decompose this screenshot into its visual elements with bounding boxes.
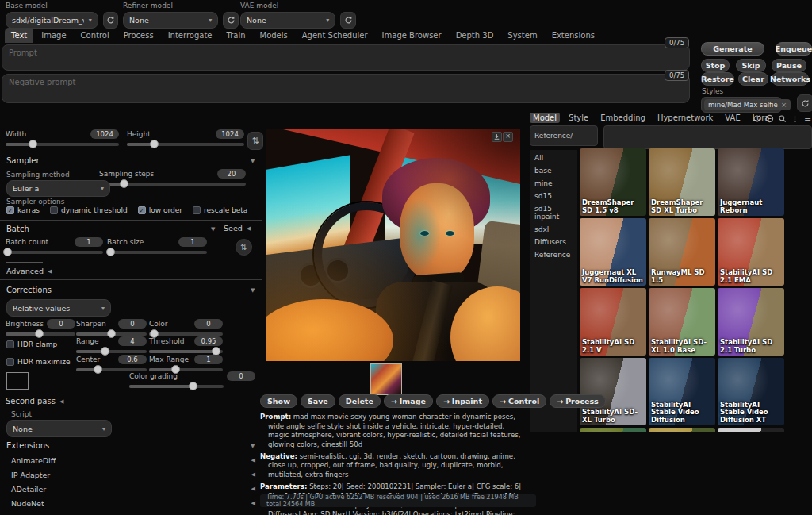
slider-track[interactable] (6, 143, 119, 146)
generate-button[interactable]: Generate (701, 42, 764, 56)
tab-interrogate[interactable]: Interrogate (162, 28, 219, 43)
model-card[interactable]: DreamShaper SD XL Turbo (649, 148, 715, 216)
networks-tab-model[interactable]: Model (530, 113, 560, 123)
model-card[interactable]: DreamShaper SD 1.5 v8 (580, 148, 646, 216)
slider-knob[interactable] (3, 248, 12, 256)
networks-tab-vae[interactable]: VAE (722, 113, 743, 123)
script-select[interactable]: None ▾ (6, 420, 112, 437)
slider-knob[interactable] (150, 140, 159, 148)
hdr-clamp-checkbox[interactable]: HDR clamp (6, 340, 57, 348)
brightness-slider[interactable]: Brightness0 (6, 319, 75, 336)
category-all[interactable]: All (530, 152, 577, 164)
category-sdxl[interactable]: sdxl (530, 223, 577, 236)
model-card[interactable]: RunwayML SD 1.5 (649, 218, 715, 286)
networks-tab-embedding[interactable]: Embedding (597, 113, 649, 123)
styles-refresh-button[interactable] (797, 94, 812, 112)
corrections-mode-select[interactable]: Relative values ▾ (6, 299, 111, 317)
model-card[interactable]: StabilityAI SD 2.1 Turbo (718, 288, 784, 356)
restore-button[interactable]: Restore (701, 72, 734, 86)
tab-control[interactable]: Control (75, 28, 116, 43)
second-pass-accordion[interactable]: Second pass ◀ (6, 397, 63, 405)
generated-image[interactable]: × (266, 129, 520, 361)
sharpen-slider[interactable]: Sharpen0 (76, 319, 147, 336)
height-slider[interactable]: Height1024 (127, 129, 244, 146)
networks-tab-hypernetwork[interactable]: Hypernetwork (654, 113, 716, 123)
threshold-slider[interactable]: Threshold0.95 (149, 336, 223, 353)
checkbox-karras[interactable]: ✓karras (6, 206, 40, 214)
sampling-method-select[interactable]: Euler a ▾ (6, 180, 110, 197)
model-card[interactable] (649, 428, 715, 432)
slider-track[interactable] (149, 350, 223, 353)
model-card[interactable]: StabilityAI SD 2.1 V (580, 288, 646, 356)
model-card[interactable]: StabilityAI Stable Video Diffusion XT (718, 358, 784, 425)
close-image-button[interactable]: × (503, 132, 513, 142)
extension-adetailer[interactable]: ADetailer◀ (11, 482, 255, 496)
model-card[interactable]: StabilityAI SD 2.1 EMA (718, 218, 784, 286)
gallery-thumbnail[interactable] (370, 363, 402, 395)
slider-track[interactable] (76, 350, 147, 353)
category-reference[interactable]: Reference (530, 248, 577, 261)
tab-train[interactable]: Train (220, 28, 252, 43)
extension-animatediff[interactable]: AnimateDiff◀ (11, 453, 255, 467)
slider-knob[interactable] (106, 248, 115, 256)
category-diffusers[interactable]: Diffusers (530, 236, 577, 248)
swap-batch-button[interactable]: ⇅ (236, 239, 252, 256)
tab-text[interactable]: Text (5, 28, 33, 43)
model-card[interactable]: Juggernaut Reborn (718, 148, 784, 216)
center-slider[interactable]: Center0.6 (76, 355, 147, 371)
model-card[interactable]: StabilityAI Stable Video Diffusion (649, 358, 715, 425)
model-card[interactable]: StabilityAI SD-XL Turbo (580, 358, 646, 425)
enqueue-button[interactable]: Enqueue (776, 42, 812, 56)
batch-size-slider[interactable]: Batch size1 (107, 237, 207, 254)
checkbox-rescale-beta[interactable]: rescale beta (193, 206, 247, 214)
width-slider[interactable]: Width1024 (6, 129, 119, 146)
styles-select[interactable]: mine/Mad Max selfie × (701, 97, 782, 113)
extension-nudenet[interactable]: NudeNet◀ (11, 496, 255, 510)
slider-track[interactable] (107, 251, 207, 254)
tab-extensions[interactable]: Extensions (546, 28, 601, 43)
sampling-steps-slider[interactable]: Sampling steps20 (99, 169, 246, 186)
gallery-button-show[interactable]: Show (260, 394, 297, 408)
gallery-button-image[interactable]: →Image (384, 394, 433, 408)
clear-button[interactable]: Clear (738, 72, 768, 86)
networks-button[interactable]: Networks (772, 72, 809, 86)
stop-button[interactable]: Stop (701, 59, 730, 72)
model-card[interactable] (580, 428, 646, 432)
skip-button[interactable]: Skip (736, 59, 766, 72)
category-mine[interactable]: mine (530, 177, 577, 190)
slider-track[interactable] (127, 143, 244, 146)
color-grading-swatch[interactable] (6, 372, 29, 390)
hdr-maximize-checkbox[interactable]: HDR maximize (6, 358, 70, 366)
slider-knob[interactable] (35, 329, 44, 338)
collapse-icon[interactable]: ▼ (211, 226, 215, 233)
color-slider[interactable]: Color0 (149, 319, 223, 336)
tab-models[interactable]: Models (254, 28, 294, 43)
collapse-icon[interactable]: ▼ (251, 287, 255, 294)
tab-image[interactable]: Image (35, 28, 72, 43)
color-grading-slider[interactable]: Color grading0 (129, 371, 255, 388)
tab-process[interactable]: Process (117, 28, 160, 43)
slider-track[interactable] (149, 332, 223, 336)
gallery-button-process[interactable]: →Process (550, 394, 606, 408)
save-style-icon[interactable] (790, 113, 800, 124)
pause-button[interactable]: Pause (772, 59, 806, 72)
slider-knob[interactable] (94, 365, 102, 374)
networks-search-input[interactable] (530, 125, 598, 146)
extension-ip-adapter[interactable]: IP Adapter◀ (11, 467, 255, 482)
swap-dimensions-button[interactable]: ⇅ (247, 132, 263, 150)
slider-track[interactable] (6, 251, 103, 254)
tab-system[interactable]: System (501, 28, 543, 43)
max-range-slider[interactable]: Max Range1 (149, 355, 223, 371)
slider-knob[interactable] (29, 140, 37, 148)
search-icon[interactable] (777, 113, 787, 124)
collapse-icon[interactable]: ▼ (251, 158, 255, 164)
tab-depth-3d[interactable]: Depth 3D (450, 28, 500, 43)
collapse-icon[interactable]: ▼ (251, 443, 255, 449)
slider-track[interactable] (129, 385, 224, 388)
network-description-box[interactable] (603, 125, 812, 149)
advanced-accordion[interactable]: Advanced ◀ (6, 267, 52, 275)
slider-knob[interactable] (120, 179, 128, 188)
category-sd15-inpaint[interactable]: sd15-inpaint (530, 202, 577, 223)
model-card[interactable] (718, 428, 784, 432)
category-base[interactable]: base (530, 164, 577, 177)
